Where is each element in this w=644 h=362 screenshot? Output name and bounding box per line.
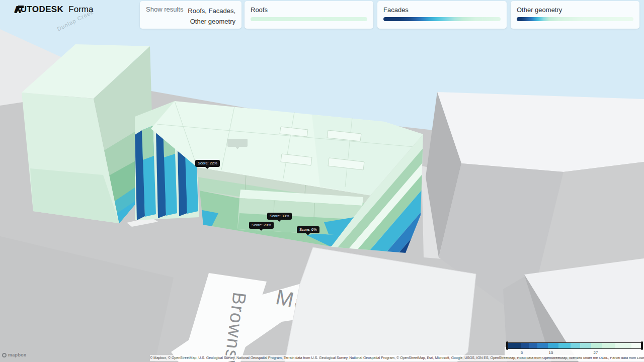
card-title-roofs: Roofs xyxy=(245,1,373,14)
mapbox-logo-text: mapbox xyxy=(8,352,26,357)
score-tooltip-22: Score: 22% xyxy=(195,160,220,167)
gradient-bar-facades xyxy=(383,17,501,21)
brand-forma: Forma xyxy=(68,5,93,15)
gradient-bar-other-geometry xyxy=(517,17,633,21)
score-tooltip-6: Score: 6% xyxy=(297,226,319,233)
show-results-value-line1: Roofs, Facades, xyxy=(188,7,235,15)
scale-handle-min[interactable] xyxy=(506,341,508,350)
scale-tick-27: 27 xyxy=(592,350,600,355)
legend-card-other-geometry: Other geometry xyxy=(511,1,639,29)
legend-card-facades: Facades xyxy=(377,1,507,29)
scale-tick-15: 15 xyxy=(547,350,555,355)
scale-tick-5: 5 xyxy=(518,350,526,355)
show-results-control[interactable]: Show results Roofs, Facades, Other geome… xyxy=(140,1,242,29)
analysis-scale-legend: 5 15 27 xyxy=(505,340,644,357)
autodesk-logo-icon xyxy=(14,5,24,13)
gradient-bar-roofs xyxy=(251,17,367,21)
map-scene: Dunlap Creek Brownsv Mar xyxy=(0,0,644,362)
app-brand: AUTODESK Forma xyxy=(14,5,93,15)
forma-app-window: Dunlap Creek Brownsv Mar xyxy=(0,0,644,362)
legend-card-roofs: Roofs xyxy=(245,1,373,29)
score-tooltip-20: Score: 20% xyxy=(249,222,274,229)
score-tooltip-33: Score: 33% xyxy=(267,213,292,220)
scale-gradient-bar[interactable] xyxy=(507,342,642,349)
show-results-value-line2: Other geometry xyxy=(190,18,235,25)
scale-handle-max[interactable] xyxy=(641,341,643,350)
map-3d-canvas[interactable]: Dunlap Creek Brownsv Mar xyxy=(0,0,644,362)
card-title-facades: Facades xyxy=(377,1,507,14)
mapbox-logo[interactable]: mapbox xyxy=(2,352,26,357)
show-results-label: Show results xyxy=(146,6,183,24)
card-title-other-geometry: Other geometry xyxy=(511,1,639,14)
mapbox-logo-icon xyxy=(2,353,7,357)
show-results-value[interactable]: Roofs, Facades, Other geometry xyxy=(188,6,235,24)
